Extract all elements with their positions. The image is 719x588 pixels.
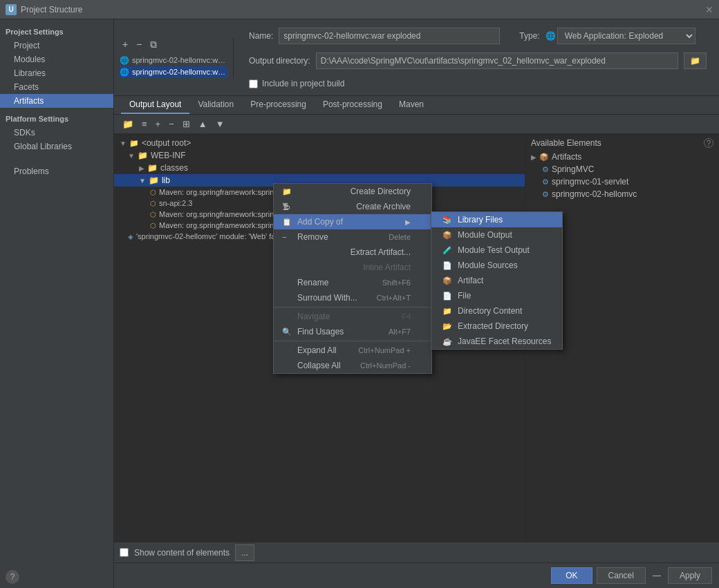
platform-settings-header: Platform Settings xyxy=(0,112,113,126)
ctx-add-copy-of[interactable]: 📋 Add Copy of ▶ xyxy=(274,214,431,229)
app-icon: U xyxy=(6,4,17,15)
ctx-collapse-all[interactable]: Collapse All Ctrl+NumPad - xyxy=(274,358,431,373)
submenu-file-icon: 📄 xyxy=(442,292,454,301)
artifact-item-servlet[interactable]: 🌐 springmvc-02-hellomvc:war exploded xyxy=(120,55,227,66)
tree-web-inf[interactable]: ▼ 📁 WEB-INF xyxy=(114,149,525,162)
output-dir-input[interactable] xyxy=(316,53,678,69)
sidebar-item-problems[interactable]: Problems xyxy=(0,164,113,178)
ctx-remove[interactable]: − Remove Delete xyxy=(274,229,431,245)
add-artifact-btn[interactable]: + xyxy=(120,37,131,52)
name-input[interactable] xyxy=(279,28,500,44)
apply-button[interactable]: Apply xyxy=(668,567,712,584)
project-settings-header: Project Settings xyxy=(0,25,113,39)
tab-validation[interactable]: Validation xyxy=(189,96,242,114)
type-select[interactable]: Web Application: Exploded xyxy=(557,28,695,44)
submenu-module-sources[interactable]: 📄 Module Sources xyxy=(431,258,562,273)
ctx-navigate: Navigate F4 xyxy=(274,309,431,324)
name-label: Name: xyxy=(249,31,273,41)
ctx-separator-2 xyxy=(274,341,431,341)
name-row: Name: Type: 🌐 Web Application: Exploded xyxy=(242,23,713,48)
ctx-archive-icon: 🗜 xyxy=(282,202,293,211)
submenu-directory-content[interactable]: 📁 Directory Content xyxy=(431,303,562,319)
tab-preprocessing[interactable]: Pre-processing xyxy=(242,96,315,114)
bottom-bar: Show content of elements ... xyxy=(114,542,719,562)
ctx-separator-1 xyxy=(274,307,431,307)
output-down-btn[interactable]: ▼ xyxy=(213,117,227,131)
artifact-toolbar: + − ⧉ 🌐 springmvc-02-hellomvc:war explod… xyxy=(114,19,719,96)
sidebar-item-global-libraries[interactable]: Global Libraries xyxy=(0,140,113,153)
browse-btn[interactable]: 📁 xyxy=(684,53,707,69)
copy-artifact-btn[interactable]: ⧉ xyxy=(147,37,160,52)
output-tree-btn[interactable]: 📁 xyxy=(120,117,136,131)
sidebar-item-project[interactable]: Project xyxy=(0,39,113,53)
elements-springmvc-01[interactable]: ⚙ springmvc-01-servlet xyxy=(525,176,719,188)
show-content-checkbox[interactable] xyxy=(120,548,129,557)
sidebar-item-artifacts[interactable]: Artifacts xyxy=(0,94,113,108)
type-label: Type: xyxy=(519,31,539,41)
ctx-create-directory[interactable]: 📁 Create Directory xyxy=(274,184,431,199)
tree-classes[interactable]: ▶ 📁 classes xyxy=(114,162,525,174)
sidebar-item-modules[interactable]: Modules xyxy=(0,53,113,66)
show-content-label: Show content of elements xyxy=(134,548,230,558)
submenu-artifact-icon: 📦 xyxy=(442,276,454,285)
submenu-ext-icon: 📂 xyxy=(442,322,454,331)
window-title: Project Structure xyxy=(21,5,82,15)
ctx-create-archive[interactable]: 🗜 Create Archive xyxy=(274,199,431,214)
tab-output-layout[interactable]: Output Layout xyxy=(121,96,189,114)
submenu: 📚 Library Files 📦 Module Output 🧪 Module… xyxy=(431,211,563,350)
close-icon[interactable]: ✕ xyxy=(705,4,713,15)
tabs-row: Output Layout Validation Pre-processing … xyxy=(114,96,719,115)
output-add-btn[interactable]: + xyxy=(153,117,164,131)
ctx-surround-with[interactable]: Surround With... Ctrl+Alt+T xyxy=(274,290,431,305)
output-grid-btn[interactable]: ⊞ xyxy=(180,117,193,131)
ctx-inline-artifact: Inline Artifact xyxy=(274,260,431,275)
output-list-btn[interactable]: ≡ xyxy=(139,117,150,131)
elements-header: Available Elements ? xyxy=(525,137,719,151)
cancel-button[interactable]: Cancel xyxy=(597,567,646,584)
submenu-artifact[interactable]: 📦 Artifact xyxy=(431,273,562,288)
footer-buttons: OK Cancel — Apply xyxy=(114,562,719,588)
help-button[interactable]: ? xyxy=(6,570,19,584)
ctx-copy-icon: 📋 xyxy=(282,218,293,227)
submenu-test-icon: 🧪 xyxy=(442,246,454,255)
remove-artifact-btn[interactable]: − xyxy=(133,37,144,52)
ctx-rename[interactable]: Rename Shift+F6 xyxy=(274,275,431,290)
include-build-label: Include in project build xyxy=(262,79,344,88)
elements-artifacts[interactable]: ▶ 📦 Artifacts xyxy=(525,151,719,163)
submenu-src-icon: 📄 xyxy=(442,261,454,270)
submenu-library-files[interactable]: 📚 Library Files xyxy=(431,212,562,227)
tab-maven[interactable]: Maven xyxy=(391,96,432,114)
submenu-javaee-facet[interactable]: ☕ JavaEE Facet Resources xyxy=(431,334,562,349)
sidebar-item-libraries[interactable]: Libraries xyxy=(0,66,113,80)
submenu-module-icon: 📦 xyxy=(442,231,454,240)
ctx-extract-artifact[interactable]: Extract Artifact... xyxy=(274,245,431,260)
submenu-module-test-output[interactable]: 🧪 Module Test Output xyxy=(431,243,562,258)
tab-postprocessing[interactable]: Post-processing xyxy=(315,96,391,114)
elements-help-icon[interactable]: ? xyxy=(704,138,713,148)
output-dir-label: Output directory: xyxy=(249,56,310,66)
context-menu: 📁 Create Directory 🗜 Create Archive 📋 Ad… xyxy=(273,183,432,374)
sidebar: Project Settings Project Modules Librari… xyxy=(0,19,114,588)
sidebar-item-facets[interactable]: Facets xyxy=(0,80,113,94)
submenu-lib-icon: 📚 xyxy=(442,216,454,225)
output-up-btn[interactable]: ▲ xyxy=(196,117,210,131)
show-content-dots-btn[interactable]: ... xyxy=(235,544,254,561)
sidebar-item-sdks[interactable]: SDKs xyxy=(0,126,113,140)
elements-springmvc[interactable]: ⚙ SpringMVC xyxy=(525,163,719,176)
submenu-extracted-directory[interactable]: 📂 Extracted Directory xyxy=(431,319,562,334)
tree-output-root[interactable]: ▼ 📁 <output root> xyxy=(114,137,525,149)
submenu-module-output[interactable]: 📦 Module Output xyxy=(431,227,562,243)
submenu-dir-icon: 📁 xyxy=(442,307,454,316)
help-area: ? xyxy=(6,570,19,584)
submenu-jee-icon: ☕ xyxy=(442,337,454,346)
artifact-item-hellomvc[interactable]: 🌐 springmvc-02-hellomvc:wa... xyxy=(120,66,227,78)
ok-button[interactable]: OK xyxy=(551,567,592,584)
output-remove-btn[interactable]: − xyxy=(166,117,177,131)
ctx-find-usages[interactable]: 🔍 Find Usages Alt+F7 xyxy=(274,324,431,339)
submenu-file[interactable]: 📄 File xyxy=(431,288,562,303)
footer-dash: — xyxy=(650,571,664,580)
include-build-checkbox[interactable] xyxy=(249,79,258,88)
ctx-find-icon: 🔍 xyxy=(282,328,293,336)
ctx-expand-all[interactable]: Expand All Ctrl+NumPad + xyxy=(274,343,431,358)
elements-springmvc-02[interactable]: ⚙ springmvc-02-hellomvc xyxy=(525,188,719,200)
